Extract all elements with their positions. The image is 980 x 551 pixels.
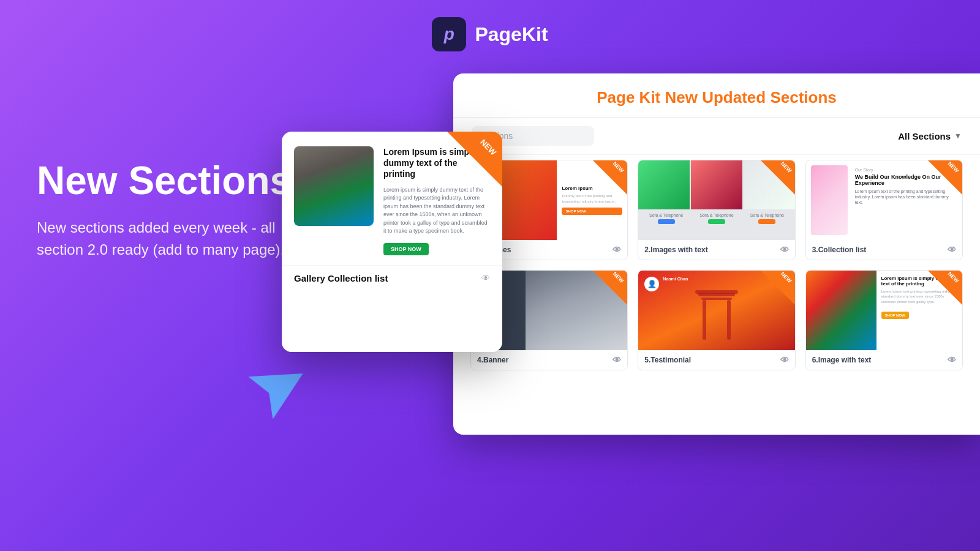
main-window: Page Kit New Updated Sections sections A…	[453, 73, 980, 435]
new-ribbon-3	[928, 160, 962, 195]
card-footer-image-text: 6.Image with text 👁	[806, 350, 962, 370]
card-footer-collection: 3.Collection list 👁	[806, 240, 962, 260]
sub-img-green	[638, 160, 690, 209]
chevron-down-icon: ▼	[954, 132, 962, 140]
all-sections-dropdown[interactable]: All Sections ▼	[898, 131, 962, 141]
new-ribbon-2	[761, 160, 795, 195]
card-label-collection: 3.Collection list	[812, 246, 867, 254]
new-ribbon-4	[593, 271, 627, 305]
left-content: New Sections New sections added every we…	[37, 159, 294, 261]
image-text-photo	[806, 271, 876, 350]
eye-icon[interactable]: 👁	[612, 245, 621, 255]
card-footer-testimonial: 5.Testimonial 👁	[638, 350, 794, 370]
new-ribbon-6	[928, 271, 962, 305]
gallery-collection-title: Gallery Collection list	[294, 273, 388, 283]
card-label-image-text: 6.Image with text	[812, 356, 872, 364]
eye-icon-5[interactable]: 👁	[780, 355, 789, 365]
svg-rect-4	[695, 290, 738, 294]
sections-grid: NEW Lorem ipsum Dummy text of the printi…	[453, 155, 980, 381]
page-description: New sections added every week - all sect…	[37, 217, 294, 261]
section-card-collection[interactable]: NEW Our Story We Build Our Knowledge On …	[805, 160, 963, 260]
eye-icon-floating[interactable]: 👁	[481, 273, 490, 283]
card-footer-banner: 4.Banner 👁	[471, 350, 627, 370]
new-ribbon-5	[761, 271, 795, 305]
card-label-banner: 4.Banner	[477, 356, 508, 364]
floating-card: NEW Lorem Ipsum is simply dummy text of …	[282, 132, 502, 352]
page-title: New Sections	[37, 159, 294, 202]
logo-icon: p	[444, 24, 454, 44]
floating-card-body-text: Lorem ipsum is simply dummy text of the …	[383, 186, 490, 236]
shop-now-button[interactable]: SHOP NOW	[383, 243, 429, 255]
card-label-images: 2.Images with text	[644, 246, 707, 254]
eye-icon-3[interactable]: 👁	[948, 245, 956, 255]
floating-card-footer: Gallery Collection list 👁	[282, 265, 502, 291]
card-footer-images: 2.Images with text 👁	[638, 240, 794, 260]
new-ribbon	[593, 160, 627, 195]
logo-box: p	[432, 17, 466, 51]
svg-rect-2	[703, 300, 706, 340]
sub-img-red	[691, 160, 742, 209]
svg-rect-1	[701, 298, 732, 300]
floating-card-image	[294, 146, 374, 226]
window-title: Page Kit New Updated Sections	[472, 88, 962, 107]
window-header: Page Kit New Updated Sections	[453, 73, 980, 118]
floating-card-ribbon	[447, 132, 502, 187]
eye-icon-6[interactable]: 👁	[948, 355, 956, 365]
svg-rect-3	[727, 300, 731, 340]
section-card-testimonial[interactable]: NEW 👤 Naomi Chan	[638, 270, 795, 370]
card-label-testimonial: 5.Testimonial	[644, 356, 691, 364]
toolbar: sections All Sections ▼	[453, 118, 980, 155]
all-sections-label: All Sections	[898, 131, 951, 141]
arrow-shape	[248, 352, 315, 419]
page-header: p PageKit	[0, 0, 980, 64]
brand-name: PageKit	[475, 23, 548, 46]
section-card-image-text[interactable]: NEW Lorem Ipsum is simply dummy text of …	[805, 270, 963, 370]
eye-icon-2[interactable]: 👁	[780, 245, 789, 255]
collection-image	[811, 165, 848, 235]
floating-card-img-content	[294, 146, 374, 226]
section-card-images[interactable]: NEW Sofa & Telephone Sofa & Te	[638, 160, 795, 260]
eye-icon-4[interactable]: 👁	[612, 355, 621, 365]
